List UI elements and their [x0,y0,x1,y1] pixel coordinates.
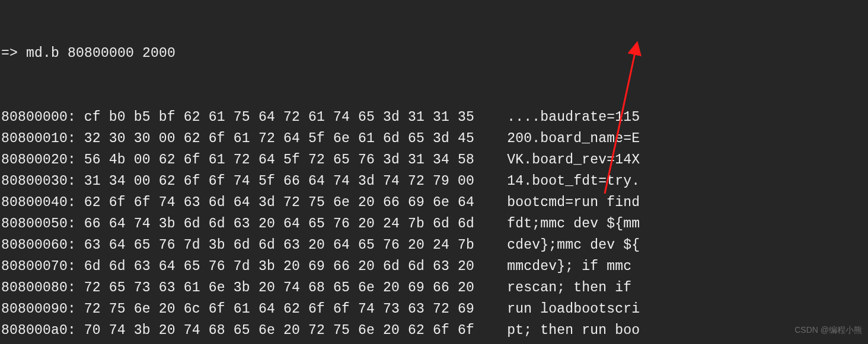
row-address: 80800040: [1,192,76,213]
hexdump-row: 80800040:62 6f 6f 74 63 6d 64 3d 72 75 6… [1,192,640,213]
hexdump-row: 80800070:6d 6d 63 64 65 76 7d 3b 20 69 6… [1,256,640,277]
row-address: 80800000: [1,107,76,128]
hexdump-row: 80800080:72 65 73 63 61 6e 3b 20 74 68 6… [1,277,640,298]
command-line: => md.b 80800000 2000 [1,43,640,64]
watermark-text: CSDN @编程小熊 [794,319,862,340]
hexdump-row: 80800030:31 34 00 62 6f 6f 74 5f 66 64 7… [1,171,640,192]
row-hex: 32 30 30 00 62 6f 61 72 64 5f 6e 61 6d 6… [84,128,474,149]
row-ascii: VK.board_rev=14X [507,149,640,171]
row-hex: 74 73 63 72 69 70 74 3b 20 65 6c 73 65 2… [84,341,474,344]
row-ascii: pt; then run boo [507,320,640,341]
row-address: 80800020: [1,149,76,171]
row-hex: 62 6f 6f 74 63 6d 64 3d 72 75 6e 20 66 6… [84,192,474,213]
row-address: 80800080: [1,277,76,298]
row-hex: 63 64 65 76 7d 3b 6d 6d 63 20 64 65 76 2… [84,234,474,256]
hexdump-row: 80800060:63 64 65 76 7d 3b 6d 6d 63 20 6… [1,234,640,256]
row-ascii: cdev};mmc dev ${ [507,234,640,256]
row-ascii: tscript; else if [507,341,640,344]
row-ascii: fdt;mmc dev ${mm [507,213,640,234]
row-address: 80800050: [1,213,76,234]
row-ascii: 200.board_name=E [507,128,640,149]
row-ascii: run loadbootscri [507,298,640,320]
hexdump-row: 808000b0:74 73 63 72 69 70 74 3b 20 65 6… [1,341,640,344]
row-ascii: rescan; then if [507,277,640,298]
terminal-output: => md.b 80800000 2000 80800000:cf b0 b5 … [0,0,641,344]
row-hex: 6d 6d 63 64 65 76 7d 3b 20 69 66 20 6d 6… [84,256,474,277]
row-address: 80800060: [1,234,76,256]
hexdump-row: 80800020:56 4b 00 62 6f 61 72 64 5f 72 6… [1,149,640,171]
row-address: 80800030: [1,171,76,192]
row-hex: 72 65 73 63 61 6e 3b 20 74 68 65 6e 20 6… [84,277,474,298]
row-address: 80800010: [1,128,76,149]
row-hex: cf b0 b5 bf 62 61 75 64 72 61 74 65 3d 3… [84,107,474,128]
row-hex: 70 74 3b 20 74 68 65 6e 20 72 75 6e 20 6… [84,320,474,341]
row-ascii: mmcdev}; if mmc [507,256,640,277]
row-address: 808000a0: [1,320,76,341]
row-ascii: ....baudrate=115 [507,107,640,128]
row-ascii: bootcmd=run find [507,192,640,213]
row-address: 808000b0: [1,341,76,344]
row-address: 80800070: [1,256,76,277]
row-hex: 72 75 6e 20 6c 6f 61 64 62 6f 6f 74 73 6… [84,298,474,320]
hexdump-row: 80800000:cf b0 b5 bf 62 61 75 64 72 61 7… [1,107,640,128]
row-address: 80800090: [1,298,76,320]
hexdump-row: 80800010:32 30 30 00 62 6f 61 72 64 5f 6… [1,128,640,149]
row-ascii: 14.boot_fdt=try. [507,171,640,192]
row-hex: 56 4b 00 62 6f 61 72 64 5f 72 65 76 3d 3… [84,149,474,171]
hexdump-row: 808000a0:70 74 3b 20 74 68 65 6e 20 72 7… [1,320,640,341]
row-hex: 66 64 74 3b 6d 6d 63 20 64 65 76 20 24 7… [84,213,474,234]
hexdump-row: 80800090:72 75 6e 20 6c 6f 61 64 62 6f 6… [1,298,640,320]
row-hex: 31 34 00 62 6f 6f 74 5f 66 64 74 3d 74 7… [84,171,474,192]
command-text: => md.b 80800000 2000 [1,43,175,64]
hexdump-row: 80800050:66 64 74 3b 6d 6d 63 20 64 65 7… [1,213,640,234]
